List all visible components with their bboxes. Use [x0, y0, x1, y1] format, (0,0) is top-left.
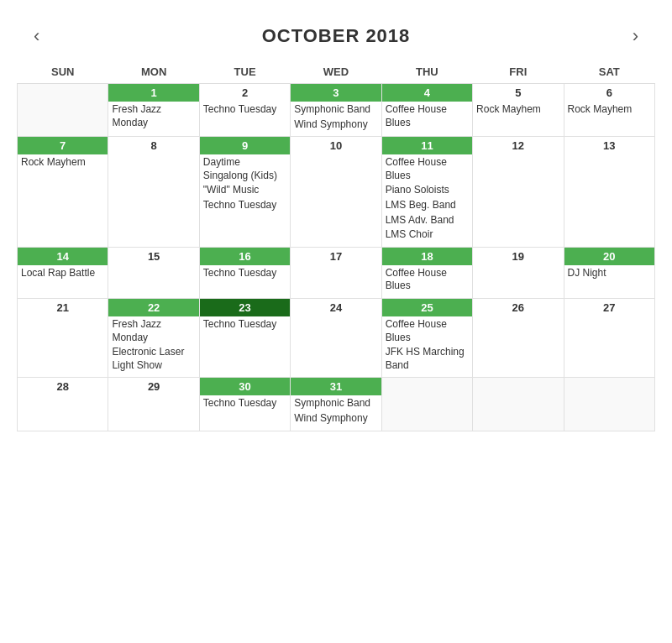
day-number: 6: [564, 84, 654, 102]
day-number: 25: [382, 299, 472, 316]
week-row: 2122Fresh Jazz MondayElectronic Laser Li…: [18, 298, 655, 377]
day-events: Coffee House BluesPiano SoloistsLMS Beg.…: [382, 154, 472, 247]
day-events: Rock Mayhem: [18, 154, 108, 175]
day-cell: 13: [564, 137, 654, 248]
day-number: 5: [473, 84, 563, 102]
day-cell: 15: [108, 247, 199, 298]
day-number: 9: [200, 137, 290, 154]
event-item[interactable]: "Wild" Music: [203, 184, 286, 197]
event-item[interactable]: Fresh Jazz Monday: [112, 318, 195, 344]
day-cell: 10: [291, 137, 381, 248]
day-cell: 20DJ Night: [564, 247, 654, 298]
week-row: 14Local Rap Battle1516Techno Tuesday1718…: [18, 247, 655, 298]
day-cell: 11Coffee House BluesPiano SoloistsLMS Be…: [381, 137, 472, 248]
event-item[interactable]: Electronic Laser Light Show: [112, 346, 195, 372]
day-events: Local Rap Battle: [18, 265, 108, 285]
day-cell: 25Coffee House BluesJFK HS Marching Band: [381, 298, 472, 377]
day-number: 16: [200, 248, 290, 265]
event-item[interactable]: Local Rap Battle: [21, 267, 104, 280]
day-cell: 8: [108, 137, 199, 248]
weekday-header: SUN: [18, 60, 108, 84]
day-cell: 17: [291, 247, 381, 298]
day-cell: 23Techno Tuesday: [199, 298, 290, 377]
day-number: 17: [291, 248, 381, 265]
day-number: 11: [382, 137, 472, 154]
day-number-empty: [564, 378, 654, 383]
weekday-header: TUE: [199, 60, 290, 84]
day-number: 29: [108, 378, 198, 395]
event-item[interactable]: LMS Choir: [386, 228, 469, 242]
day-number: 2: [200, 84, 290, 102]
week-row: 282930Techno Tuesday31Symphonic BandWind…: [18, 378, 655, 431]
event-item[interactable]: Techno Tuesday: [203, 397, 286, 410]
event-item[interactable]: Coffee House Blues: [386, 103, 469, 129]
day-number: 13: [564, 137, 654, 154]
weekday-header-row: SUNMONTUEWEDTHUFRISAT: [18, 60, 655, 84]
event-item[interactable]: Coffee House Blues: [386, 267, 469, 293]
day-cell: [18, 84, 108, 137]
day-events: Coffee House Blues: [382, 265, 472, 298]
event-item[interactable]: LMS Adv. Band: [386, 214, 469, 227]
event-item[interactable]: Techno Tuesday: [203, 103, 286, 117]
day-events: Techno Tuesday: [200, 102, 290, 122]
day-number: 28: [18, 378, 108, 395]
event-item[interactable]: Coffee House Blues: [386, 156, 469, 182]
day-cell: 27: [564, 298, 654, 377]
event-item[interactable]: LMS Beg. Band: [386, 199, 469, 212]
day-number: 14: [18, 248, 108, 265]
event-item[interactable]: Rock Mayhem: [476, 103, 559, 117]
event-item[interactable]: Daytime Singalong (Kids): [203, 156, 286, 182]
event-item[interactable]: Techno Tuesday: [203, 267, 286, 280]
weekday-header: THU: [381, 60, 472, 84]
day-cell: [564, 378, 654, 431]
event-item[interactable]: Rock Mayhem: [568, 103, 651, 117]
day-number: 4: [382, 84, 472, 102]
event-item[interactable]: Wind Symphony: [294, 118, 377, 132]
day-cell: 18Coffee House Blues: [381, 247, 472, 298]
day-number: 20: [564, 248, 654, 265]
day-cell: 21: [18, 298, 108, 377]
day-number: 23: [200, 299, 290, 316]
prev-month-button[interactable]: ‹: [17, 25, 56, 47]
day-number: 12: [473, 137, 563, 154]
event-item[interactable]: Wind Symphony: [294, 412, 377, 426]
day-events: Fresh Jazz Monday: [108, 102, 198, 134]
day-number: 3: [291, 84, 381, 102]
event-item[interactable]: Techno Tuesday: [203, 318, 286, 332]
day-number: 8: [108, 137, 198, 154]
event-item[interactable]: DJ Night: [568, 267, 651, 280]
day-number: 30: [200, 378, 290, 395]
event-item[interactable]: Piano Soloists: [386, 184, 469, 197]
day-events: Coffee House Blues: [382, 102, 472, 134]
day-cell: 1Fresh Jazz Monday: [108, 84, 199, 137]
event-item[interactable]: JFK HS Marching Band: [386, 346, 469, 372]
day-number: 24: [291, 299, 381, 316]
day-events: Rock Mayhem: [564, 102, 654, 122]
day-number: 7: [18, 137, 108, 154]
day-cell: 4Coffee House Blues: [381, 84, 472, 137]
day-cell: [381, 378, 472, 431]
day-number: 31: [291, 378, 381, 395]
day-number-empty: [382, 378, 472, 383]
day-events: Techno Tuesday: [200, 316, 290, 337]
day-cell: [473, 378, 564, 431]
weekday-header: FRI: [473, 60, 564, 84]
next-month-button[interactable]: ›: [616, 25, 655, 47]
event-item[interactable]: Symphonic Band: [294, 397, 377, 410]
day-number: 19: [473, 248, 563, 265]
event-item[interactable]: Symphonic Band: [294, 103, 377, 117]
day-cell: 14Local Rap Battle: [18, 247, 108, 298]
day-cell: 24: [291, 298, 381, 377]
day-number-empty: [473, 378, 563, 383]
day-events: Rock Mayhem: [473, 102, 563, 122]
day-number: 1: [108, 84, 198, 102]
event-item[interactable]: Rock Mayhem: [21, 156, 104, 170]
event-item[interactable]: Fresh Jazz Monday: [112, 103, 195, 129]
day-number: 22: [108, 299, 198, 316]
day-number: 21: [18, 299, 108, 316]
event-item[interactable]: Coffee House Blues: [386, 318, 469, 344]
day-cell: 5Rock Mayhem: [473, 84, 564, 137]
event-item[interactable]: Techno Tuesday: [203, 199, 286, 212]
calendar-title: OCTOBER 2018: [262, 25, 411, 47]
weekday-header: MON: [108, 60, 199, 84]
